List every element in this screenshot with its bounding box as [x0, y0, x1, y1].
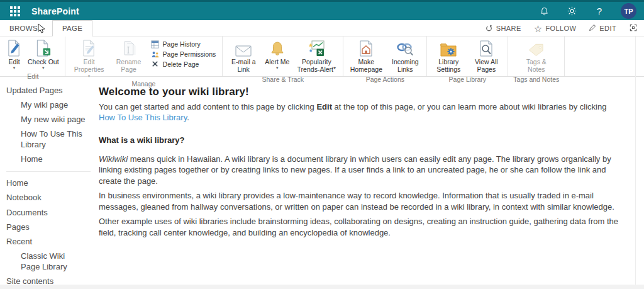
sidebar-item-my-wiki-page[interactable]: My wiki page	[6, 98, 96, 112]
ribbon-toolbar: Edit ▾ Check Out ▾ Edit	[0, 37, 644, 77]
window-bottom-edge	[0, 285, 644, 289]
paragraph-examples: Other example uses of wiki libraries inc…	[99, 216, 620, 238]
how-to-use-link[interactable]: How To Use This Library	[99, 113, 187, 122]
paragraph-business: In business environments, a wiki library…	[99, 190, 620, 212]
dropdown-caret-icon: ▾	[42, 65, 45, 71]
popularity-trends-button[interactable]: Popularity Trends-Alert*	[292, 38, 340, 75]
sidebar-header-updated-pages: Updated Pages	[6, 83, 96, 98]
delete-page-button[interactable]: Delete Page	[148, 59, 219, 69]
app-launcher-icon[interactable]	[6, 3, 24, 20]
wikiwiki-italic: Wikiwiki	[99, 154, 128, 164]
sidebar-divider	[6, 171, 91, 172]
view-all-pages-button[interactable]: View All Pages	[467, 38, 505, 75]
edit-document-icon	[7, 39, 21, 57]
ribbon-group-edit: Edit ▾ Check Out ▾ Edit	[1, 37, 65, 76]
sidebar-item-how-to-use-this-library[interactable]: How To Use This Library	[6, 127, 96, 152]
check-out-button[interactable]: Check Out ▾	[25, 38, 62, 72]
page-permissions-icon	[151, 50, 160, 59]
share-button[interactable]: SHARE	[485, 24, 521, 33]
edit-button[interactable]: Edit ▾	[4, 38, 25, 72]
ribbon-group-tags-notes: Tags & Notes Tags and Notes	[508, 37, 565, 76]
focus-mode-button[interactable]	[629, 23, 638, 33]
page-history-button[interactable]: Page History	[148, 39, 219, 49]
tags-and-notes-button[interactable]: Tags & Notes	[518, 38, 555, 75]
notifications-bell-icon[interactable]	[538, 5, 550, 18]
email-a-link-button[interactable]: E-mail a Link	[225, 38, 262, 75]
envelope-icon	[235, 39, 252, 57]
rename-page-icon	[121, 39, 136, 57]
edit-page-button[interactable]: EDIT	[589, 24, 616, 33]
make-homepage-button[interactable]: Make Homepage	[346, 38, 386, 75]
help-icon[interactable]: ?	[593, 5, 606, 18]
quick-launch-sidebar: Updated Pages My wiki page My new wiki p…	[0, 77, 96, 285]
tag-icon	[528, 39, 545, 57]
edit-properties-button[interactable]: Edit Properties ▾	[68, 38, 111, 79]
settings-gear-icon[interactable]	[565, 5, 578, 18]
sidebar-header-recent: Recent	[6, 235, 96, 249]
delete-x-icon	[151, 60, 160, 67]
alert-bell-icon	[271, 39, 284, 57]
ribbon-group-page-library: Library Settings View All Pages Page Lib…	[427, 37, 508, 76]
intro-edit-bold: Edit	[316, 102, 332, 111]
incoming-links-button[interactable]: Incoming Links	[386, 38, 424, 75]
page-history-icon	[151, 40, 160, 48]
ribbon-tab-row: BROWSE PAGE SHARE ☆ FOLLOW EDIT	[0, 20, 644, 37]
sidebar-item-notebook[interactable]: Notebook	[6, 191, 96, 205]
wiki-page-content: Welcome to your wiki library! You can ge…	[96, 77, 644, 285]
intro-paragraph: You can get started and add content to t…	[99, 101, 620, 123]
page-permissions-button[interactable]: Page Permissions	[148, 49, 219, 59]
account-avatar[interactable]: TP	[621, 3, 636, 19]
view-all-pages-icon	[479, 39, 493, 57]
dropdown-caret-icon: ▾	[276, 65, 279, 71]
sidebar-item-documents[interactable]: Documents	[6, 205, 96, 220]
edit-pencil-icon	[589, 24, 596, 33]
make-homepage-icon	[359, 39, 373, 57]
sidebar-item-classic-wiki-page-library[interactable]: Classic Wiki Page Library	[6, 249, 82, 275]
page-title: Welcome to your wiki library!	[99, 85, 620, 99]
follow-button[interactable]: ☆ FOLLOW	[534, 24, 577, 33]
library-settings-icon	[440, 39, 457, 57]
sharepoint-window: SharePoint ? TP BROWSE PAGE SHARE ☆ FOLL…	[0, 0, 644, 289]
paragraph-wikiwiki: Wikiwiki means quick in Hawaiian. A wiki…	[99, 154, 620, 187]
ribbon-group-share-track: E-mail a Link Alert Me ▾ Popularity Tren…	[223, 37, 343, 76]
edit-properties-icon	[82, 39, 96, 57]
what-is-wiki-heading: What is a wiki library?	[99, 135, 620, 146]
brand-title: SharePoint	[31, 6, 79, 16]
check-out-icon	[36, 39, 51, 57]
mouse-cursor	[38, 23, 45, 37]
popularity-trends-icon	[308, 39, 325, 57]
sidebar-item-home-wiki[interactable]: Home	[6, 152, 96, 166]
sidebar-item-pages[interactable]: Pages	[6, 220, 96, 234]
alert-me-button[interactable]: Alert Me ▾	[262, 38, 292, 72]
ribbon-group-page-actions: Make Homepage Incoming Links Page Action…	[343, 37, 427, 76]
sidebar-item-home[interactable]: Home	[6, 176, 96, 191]
incoming-links-icon	[396, 39, 414, 57]
ribbon-group-manage: Edit Properties ▾ Rename Page Page Histo…	[65, 37, 223, 76]
sidebar-item-my-new-wiki-page[interactable]: My new wiki page	[6, 113, 96, 127]
dropdown-caret-icon: ▾	[13, 65, 16, 71]
scrollbar-track	[635, 37, 636, 285]
share-icon	[485, 24, 493, 33]
rename-page-button[interactable]: Rename Page	[111, 38, 147, 75]
library-settings-button[interactable]: Library Settings	[430, 38, 467, 75]
focus-expand-icon	[629, 23, 638, 33]
suite-bar: SharePoint ? TP	[0, 0, 644, 20]
follow-star-icon: ☆	[534, 24, 543, 33]
tab-page[interactable]: PAGE	[52, 20, 92, 37]
dropdown-caret-icon: ▾	[88, 74, 91, 79]
